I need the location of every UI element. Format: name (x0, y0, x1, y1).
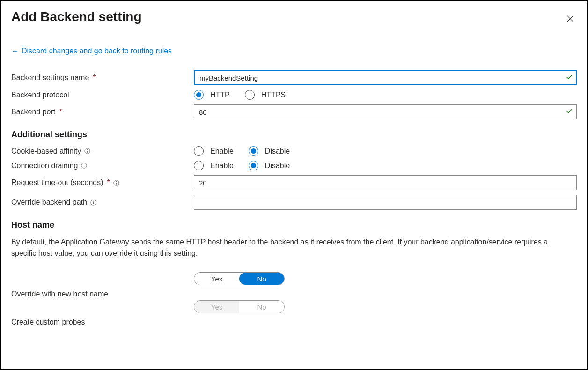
radio-label-cookie-enable: Enable (210, 147, 234, 155)
panel-title: Add Backend setting (11, 9, 141, 24)
discard-back-link[interactable]: ← Discard changes and go back to routing… (11, 47, 172, 55)
close-button[interactable] (563, 11, 578, 26)
close-icon (566, 15, 574, 23)
radio-protocol-https[interactable] (245, 90, 255, 100)
row-cookie-affinity: Cookie-based affinity Enable Disable (11, 146, 577, 156)
required-marker: * (59, 108, 62, 116)
label-backend-port: Backend port* (11, 108, 194, 116)
radio-cookie-disable[interactable] (249, 146, 258, 156)
toggle-override-yes[interactable]: Yes (194, 273, 239, 285)
backend-settings-name-input[interactable] (194, 70, 577, 85)
backend-port-input[interactable] (194, 104, 577, 119)
label-override-backend-path: Override backend path (11, 198, 194, 207)
label-backend-protocol: Backend protocol (11, 91, 194, 99)
svg-point-5 (84, 164, 84, 164)
toggle-override-hostname: Yes No (194, 272, 285, 285)
row-hostname-toggle-top: Yes No (11, 272, 577, 285)
label-cookie-affinity: Cookie-based affinity (11, 147, 194, 155)
row-backend-protocol: Backend protocol HTTP HTTPS (11, 90, 577, 100)
label-override-hostname: Override with new host name (11, 290, 194, 298)
toggle-probes-no: No (239, 301, 284, 313)
required-marker: * (93, 74, 96, 82)
toggle-override-no[interactable]: No (239, 273, 284, 285)
heading-additional-settings: Additional settings (11, 130, 577, 140)
radio-protocol-http[interactable] (194, 90, 204, 100)
radio-label-http: HTTP (210, 91, 230, 99)
label-custom-probes: Create custom probes (11, 318, 194, 326)
svg-point-8 (116, 181, 117, 182)
check-icon (566, 74, 573, 82)
row-custom-probes-toggle: Yes No (11, 300, 577, 313)
add-backend-setting-panel: Add Backend setting ← Discard changes an… (0, 0, 588, 370)
row-backend-port: Backend port* (11, 104, 577, 119)
override-backend-path-input[interactable] (194, 195, 577, 210)
radio-cookie-enable[interactable] (194, 146, 204, 156)
request-timeout-input[interactable] (194, 175, 577, 190)
label-connection-draining: Connection draining (11, 162, 194, 170)
info-icon[interactable] (90, 199, 97, 206)
radio-label-drain-disable: Disable (265, 162, 290, 170)
check-icon (566, 108, 573, 117)
svg-point-2 (87, 149, 88, 150)
row-connection-draining: Connection draining Enable Disable (11, 161, 577, 170)
label-request-timeout: Request time-out (seconds)* (11, 178, 194, 187)
toggle-custom-probes: Yes No (194, 300, 285, 313)
row-custom-probes-label: Create custom probes (11, 318, 577, 326)
label-backend-settings-name: Backend settings name* (11, 74, 194, 82)
row-request-timeout: Request time-out (seconds)* (11, 175, 577, 190)
back-link-label: Discard changes and go back to routing r… (22, 47, 172, 55)
svg-point-11 (93, 201, 94, 201)
toggle-probes-yes: Yes (194, 301, 239, 313)
arrow-left-icon: ← (11, 47, 19, 55)
info-icon[interactable] (113, 179, 120, 186)
heading-host-name: Host name (11, 220, 577, 230)
host-name-description: By default, the Application Gateway send… (11, 237, 573, 259)
row-override-backend-path: Override backend path (11, 195, 577, 210)
info-icon[interactable] (81, 162, 88, 169)
radio-label-drain-enable: Enable (210, 162, 234, 170)
info-icon[interactable] (84, 148, 91, 155)
row-override-hostname-label: Override with new host name (11, 290, 577, 298)
panel-header: Add Backend setting (11, 9, 577, 47)
radio-label-cookie-disable: Disable (265, 147, 290, 155)
radio-label-https: HTTPS (261, 91, 286, 99)
row-backend-settings-name: Backend settings name* (11, 70, 577, 85)
required-marker: * (107, 178, 110, 187)
radio-drain-disable[interactable] (249, 161, 258, 170)
radio-drain-enable[interactable] (194, 161, 204, 170)
